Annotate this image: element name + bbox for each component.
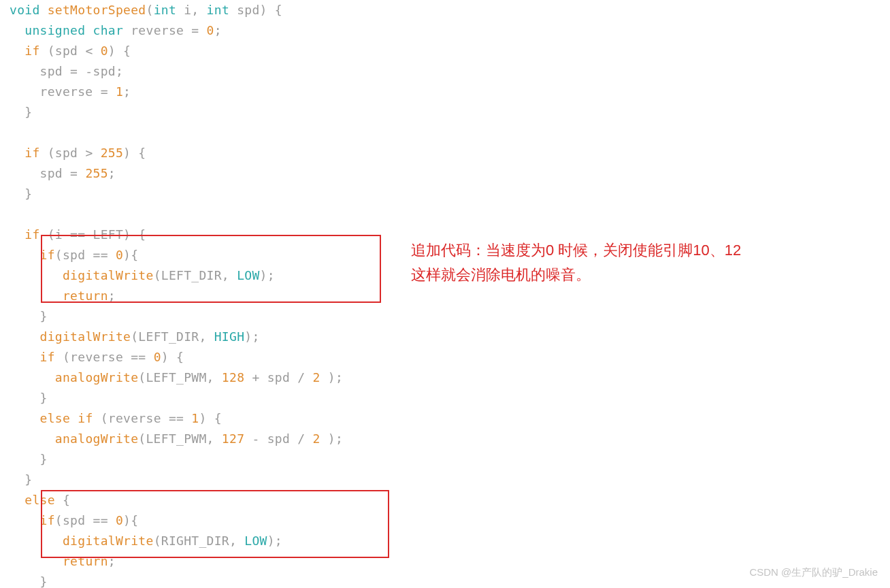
annotation-text: 追加代码：当速度为0 时候，关闭使能引脚10、12 这样就会消除电机的噪音。	[411, 238, 741, 287]
annotation-line-1: 追加代码：当速度为0 时候，关闭使能引脚10、12	[411, 242, 741, 259]
code-block: void setMotorSpeed(int i, int spd) { uns…	[0, 0, 890, 588]
annotation-line-2: 这样就会消除电机的噪音。	[411, 266, 591, 283]
